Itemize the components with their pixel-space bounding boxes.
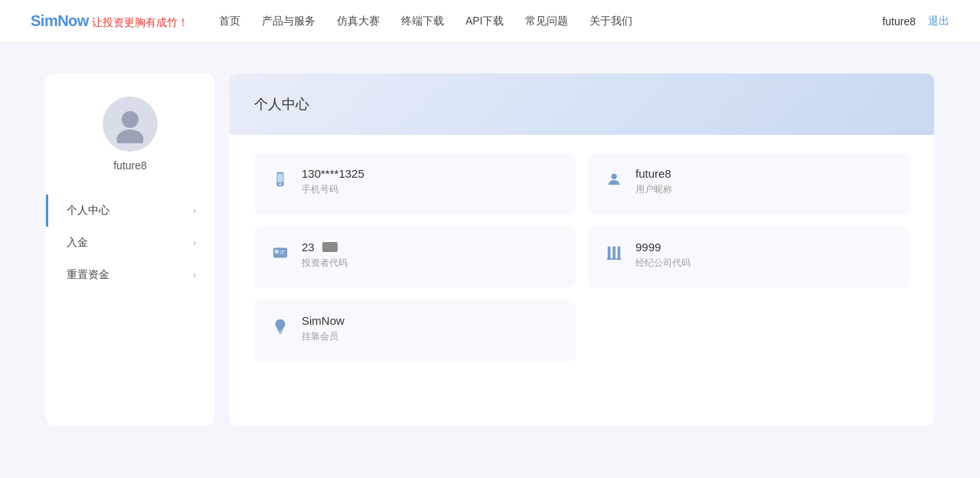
svg-rect-8 — [280, 250, 285, 251]
svg-rect-12 — [618, 247, 621, 260]
sidebar-menu: 个人中心 › 入金 › 重置资金 › — [46, 195, 214, 291]
username-info: future8 用户昵称 — [635, 167, 672, 196]
avatar — [103, 97, 158, 152]
broker-label: 经纪公司代码 — [635, 257, 691, 270]
svg-rect-4 — [277, 174, 283, 182]
investor-value: 23 — [302, 241, 348, 254]
logo-tagline: 让投资更胸有成竹！ — [92, 16, 188, 30]
svg-point-1 — [117, 129, 144, 143]
member-label: 挂靠会员 — [302, 330, 345, 343]
svg-rect-10 — [608, 247, 611, 260]
header-username: future8 — [882, 15, 916, 28]
svg-rect-3 — [279, 184, 282, 185]
phone-value: 130****1325 — [302, 167, 364, 180]
investor-info: 23 投资者代码 — [302, 241, 348, 270]
username-value: future8 — [635, 167, 672, 180]
phone-icon — [270, 169, 291, 190]
phone-label: 手机号码 — [302, 183, 364, 196]
mask-block — [322, 242, 338, 252]
building-icon — [603, 242, 625, 264]
sidebar-item-deposit-label: 入金 — [67, 236, 88, 250]
info-grid: 130****1325 手机号码 future8 用户昵称 — [254, 153, 910, 362]
id-card-icon — [270, 242, 291, 264]
nav-about[interactable]: 关于我们 — [590, 15, 632, 28]
svg-rect-7 — [275, 250, 279, 254]
main-nav: 首页 产品与服务 仿真大赛 终端下载 API下载 常见问题 关于我们 — [219, 15, 883, 28]
member-value: SimNow — [302, 314, 345, 327]
sidebar-item-deposit[interactable]: 入金 › — [46, 227, 214, 259]
page-title: 个人中心 — [254, 95, 309, 113]
broker-value: 9999 — [635, 241, 691, 254]
content-body: 130****1325 手机号码 future8 用户昵称 — [230, 135, 934, 380]
nav-faq[interactable]: 常见问题 — [525, 15, 568, 28]
member-info: SimNow 挂靠会员 — [302, 314, 345, 343]
broker-info: 9999 经纪公司代码 — [635, 241, 691, 270]
svg-rect-13 — [607, 258, 621, 260]
nav-products[interactable]: 产品与服务 — [262, 15, 315, 28]
investor-label: 投资者代码 — [302, 257, 348, 270]
content-area: 个人中心 130****1325 手机号码 — [230, 74, 934, 426]
svg-point-5 — [611, 174, 616, 179]
logo-simnow: SimNow — [31, 12, 89, 30]
svg-rect-15 — [279, 332, 282, 333]
header: SimNow 让投资更胸有成竹！ 首页 产品与服务 仿真大赛 终端下载 API下… — [0, 0, 980, 43]
nav-download[interactable]: 终端下载 — [401, 15, 444, 28]
sidebar-item-profile[interactable]: 个人中心 › — [46, 195, 214, 227]
chevron-right-icon: › — [193, 270, 196, 280]
header-right: future8 退出 — [882, 15, 949, 28]
sidebar-item-reset-label: 重置资金 — [67, 268, 109, 282]
logo: SimNow 让投资更胸有成竹！ — [31, 12, 188, 30]
info-card-member: SimNow 挂靠会员 — [254, 300, 576, 362]
username-label: 用户昵称 — [635, 183, 672, 196]
member-icon — [270, 316, 291, 337]
nav-contest[interactable]: 仿真大赛 — [337, 15, 380, 28]
svg-rect-14 — [278, 331, 283, 332]
logout-button[interactable]: 退出 — [928, 15, 949, 28]
info-card-phone: 130****1325 手机号码 — [254, 153, 576, 214]
info-card-investor: 23 投资者代码 — [254, 227, 576, 288]
svg-point-0 — [122, 111, 139, 128]
chevron-right-icon: › — [193, 237, 196, 248]
nav-api[interactable]: API下载 — [466, 15, 505, 28]
nav-home[interactable]: 首页 — [219, 15, 240, 28]
chevron-right-icon: › — [193, 205, 196, 216]
sidebar-item-profile-label: 个人中心 — [67, 204, 109, 218]
avatar-section: future8 — [46, 97, 214, 172]
svg-rect-11 — [612, 247, 616, 260]
info-card-username: future8 用户昵称 — [588, 153, 910, 214]
svg-rect-9 — [280, 253, 284, 254]
avatar-name: future8 — [113, 159, 147, 172]
content-header: 个人中心 — [230, 74, 934, 135]
phone-info: 130****1325 手机号码 — [302, 167, 364, 196]
info-card-broker: 9999 经纪公司代码 — [588, 227, 910, 288]
main-container: future8 个人中心 › 入金 › 重置资金 › 个人中心 — [31, 74, 949, 426]
sidebar-item-reset[interactable]: 重置资金 › — [46, 259, 214, 291]
user-icon — [603, 169, 625, 190]
sidebar: future8 个人中心 › 入金 › 重置资金 › — [46, 74, 214, 426]
